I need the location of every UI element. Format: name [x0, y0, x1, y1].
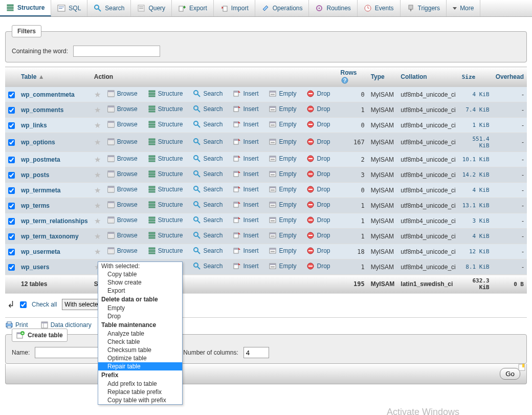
row-checkbox[interactable]: [8, 187, 15, 194]
size[interactable]: 4 KiB: [459, 229, 493, 244]
drop-action[interactable]: Drop: [306, 90, 330, 98]
empty-action[interactable]: Empty: [269, 155, 296, 163]
size[interactable]: 4 KiB: [459, 183, 493, 198]
search-action[interactable]: Search: [193, 216, 223, 224]
table-name-link[interactable]: wp_usermeta: [21, 248, 60, 255]
empty-action[interactable]: Empty: [269, 120, 296, 128]
table-name-link[interactable]: wp_term_taxonomy: [21, 233, 79, 240]
tab-routines[interactable]: Routines: [309, 0, 357, 16]
print-link[interactable]: Print: [5, 321, 28, 329]
table-name-link[interactable]: wp_links: [21, 122, 47, 129]
size[interactable]: 12 KiB: [459, 244, 493, 259]
structure-action[interactable]: Structure: [148, 138, 183, 146]
empty-action[interactable]: Empty: [269, 138, 296, 146]
size[interactable]: 3 KiB: [459, 213, 493, 229]
favorite-icon[interactable]: ★: [94, 216, 101, 225]
favorite-icon[interactable]: ★: [94, 121, 101, 129]
row-checkbox[interactable]: [8, 249, 15, 255]
structure-action[interactable]: Structure: [148, 185, 183, 193]
browse-action[interactable]: Browse: [107, 247, 138, 255]
search-action[interactable]: Search: [193, 185, 223, 193]
col-size[interactable]: Size: [459, 67, 493, 87]
row-checkbox[interactable]: [8, 172, 15, 179]
insert-action[interactable]: Insert: [233, 120, 258, 128]
menu-option[interactable]: Checksum table: [98, 346, 182, 354]
row-checkbox[interactable]: [8, 122, 15, 129]
table-name-link[interactable]: wp_commentmeta: [21, 91, 75, 98]
structure-action[interactable]: Structure: [148, 247, 183, 255]
menu-option[interactable]: Drop: [98, 312, 182, 320]
bookmark-icon[interactable]: [518, 363, 526, 372]
menu-option[interactable]: Optimize table: [98, 354, 182, 362]
structure-action[interactable]: Structure: [148, 105, 183, 113]
search-action[interactable]: Search: [193, 231, 223, 239]
menu-option[interactable]: With selected:: [98, 262, 182, 270]
drop-action[interactable]: Drop: [306, 105, 330, 113]
drop-action[interactable]: Drop: [306, 262, 330, 270]
search-action[interactable]: Search: [193, 262, 223, 270]
row-checkbox[interactable]: [8, 139, 15, 146]
favorite-icon[interactable]: ★: [94, 201, 101, 210]
empty-action[interactable]: Empty: [269, 201, 296, 209]
structure-action[interactable]: Structure: [148, 216, 183, 224]
size[interactable]: 13.1 KiB: [459, 198, 493, 213]
menu-option[interactable]: Add prefix to table: [98, 380, 182, 388]
favorite-icon[interactable]: ★: [94, 90, 101, 99]
structure-action[interactable]: Structure: [148, 170, 183, 178]
row-checkbox[interactable]: [8, 107, 15, 114]
size[interactable]: 10.1 KiB: [459, 152, 493, 167]
insert-action[interactable]: Insert: [233, 216, 258, 224]
favorite-icon[interactable]: ★: [94, 155, 101, 164]
menu-option[interactable]: Copy table: [98, 270, 182, 278]
insert-action[interactable]: Insert: [233, 185, 258, 193]
structure-action[interactable]: Structure: [148, 231, 183, 239]
structure-action[interactable]: Structure: [148, 120, 183, 128]
browse-action[interactable]: Browse: [107, 105, 138, 113]
drop-action[interactable]: Drop: [306, 138, 330, 146]
size[interactable]: 8.1 KiB: [459, 259, 493, 275]
favorite-icon[interactable]: ★: [94, 186, 101, 194]
menu-option[interactable]: Empty: [98, 304, 182, 312]
menu-option[interactable]: Replace table prefix: [98, 388, 182, 392]
browse-action[interactable]: Browse: [107, 120, 138, 128]
browse-action[interactable]: Browse: [107, 155, 138, 163]
browse-action[interactable]: Browse: [107, 231, 138, 239]
row-checkbox[interactable]: [8, 264, 15, 271]
insert-action[interactable]: Insert: [233, 138, 258, 146]
tab-operations[interactable]: Operations: [255, 0, 309, 16]
search-action[interactable]: Search: [193, 105, 223, 113]
insert-action[interactable]: Insert: [233, 105, 258, 113]
search-action[interactable]: Search: [193, 247, 223, 255]
empty-action[interactable]: Empty: [269, 247, 296, 255]
col-collation[interactable]: Collation: [397, 67, 458, 87]
menu-option[interactable]: Analyze table: [98, 330, 182, 338]
checkall-link[interactable]: Check all: [32, 301, 57, 308]
row-checkbox[interactable]: [8, 157, 15, 163]
drop-action[interactable]: Drop: [306, 170, 330, 178]
size[interactable]: 7.4 KiB: [459, 102, 493, 118]
tab-more[interactable]: More: [447, 0, 480, 16]
search-action[interactable]: Search: [193, 201, 223, 209]
browse-action[interactable]: Browse: [107, 170, 138, 178]
col-type[interactable]: Type: [368, 67, 398, 87]
help-icon[interactable]: ?: [341, 76, 349, 84]
tab-search[interactable]: Search: [87, 0, 131, 16]
table-name-link[interactable]: wp_comments: [21, 106, 63, 114]
insert-action[interactable]: Insert: [233, 231, 258, 239]
drop-action[interactable]: Drop: [306, 216, 330, 224]
checkall-checkbox[interactable]: [20, 301, 27, 308]
empty-action[interactable]: Empty: [269, 216, 296, 224]
structure-action[interactable]: Structure: [148, 201, 183, 209]
table-name-link[interactable]: wp_term_relationships: [21, 217, 88, 225]
drop-action[interactable]: Drop: [306, 185, 330, 193]
menu-option[interactable]: Show create: [98, 278, 182, 287]
drop-action[interactable]: Drop: [306, 247, 330, 255]
browse-action[interactable]: Browse: [107, 138, 138, 146]
browse-action[interactable]: Browse: [107, 90, 138, 98]
favorite-icon[interactable]: ★: [94, 138, 101, 146]
drop-action[interactable]: Drop: [306, 120, 330, 128]
row-checkbox[interactable]: [8, 218, 15, 225]
data-dictionary-link[interactable]: Data dictionary: [40, 321, 92, 329]
num-columns-input[interactable]: [243, 347, 269, 358]
table-name-link[interactable]: wp_terms: [21, 202, 50, 209]
